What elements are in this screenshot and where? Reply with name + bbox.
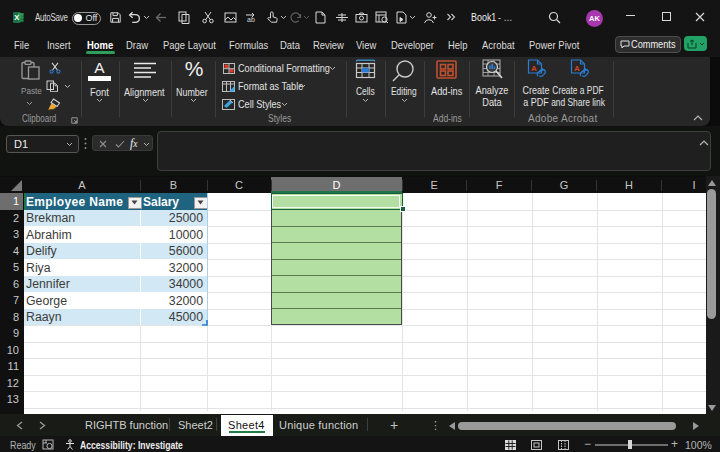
svg-text:X: X — [14, 13, 19, 22]
svg-text:A: A — [531, 64, 537, 73]
svg-text:A: A — [574, 64, 580, 73]
svg-text:ab: ab — [247, 16, 255, 23]
